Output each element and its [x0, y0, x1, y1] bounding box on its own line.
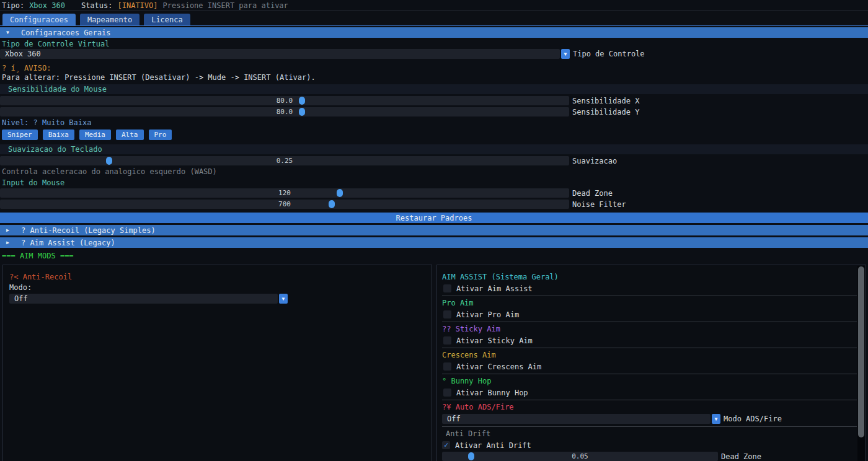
noise-filter-value: 700 — [0, 200, 569, 209]
sensitivity-y-label: Sensibilidade Y — [572, 108, 639, 116]
ads-mode-value: Off — [447, 415, 461, 423]
bunny-hop-checkbox[interactable] — [443, 389, 451, 397]
aviso-text: Para alterar: Pressione INSERT (Desativa… — [2, 73, 868, 81]
separator — [442, 348, 857, 348]
bunny-hop-checkbox-label: Ativar Bunny Hop — [456, 389, 528, 397]
nivel-line: Nivel: ? Muito Baixa — [2, 118, 868, 127]
collapsed-arrow-icon: ▶ — [6, 227, 14, 233]
auto-ads-section-title: ?¥ Auto ADS/Fire — [442, 403, 861, 411]
panel-scrollbar[interactable] — [857, 266, 865, 461]
header-aim-assist-legacy[interactable]: ▶ ? Aim Assist (Legacy) — [0, 237, 868, 248]
check-icon: ✓ — [444, 441, 448, 449]
tipo-label: Tipo: — [2, 1, 24, 10]
separator — [442, 322, 857, 322]
status-bar: Tipo: Xbox 360 Status: [INATIVO] Pressio… — [0, 0, 868, 11]
suav-section-header: Suavizacao do Teclado — [0, 144, 868, 154]
ads-mode-combo[interactable]: Off — [442, 414, 711, 424]
dropdown-arrow-icon: ▼ — [715, 416, 718, 422]
deadzone-slider[interactable]: 120 — [0, 188, 569, 198]
restore-defaults-button[interactable]: Restaurar Padroes — [0, 213, 868, 223]
sensitivity-y-value: 80.0 — [0, 107, 569, 116]
suavizacao-label: Suavizacao — [572, 157, 617, 165]
aim-assist-panel: AIM ASSIST (Sistema Geral) Ativar Aim As… — [436, 265, 866, 461]
preset-button-row: Sniper Baixa Media Alta Pro — [2, 130, 868, 140]
sticky-aim-checkbox-label: Ativar Sticky Aim — [456, 336, 533, 345]
preset-media-button[interactable]: Media — [79, 130, 111, 140]
sticky-aim-checkbox[interactable] — [443, 336, 451, 345]
sticky-aim-section-title: ?? Sticky Aim — [442, 325, 861, 333]
suavizacao-value: 0.25 — [0, 156, 569, 165]
input-section-label: Input do Mouse — [2, 178, 868, 187]
preset-sniper-button[interactable]: Sniper — [2, 130, 38, 140]
controller-combo-button[interactable]: ▼ — [561, 49, 570, 59]
preset-pro-button[interactable]: Pro — [149, 130, 172, 140]
tab-bar: Configuracoes Mapeamento Licenca — [0, 13, 868, 26]
controller-section-label: Tipo de Controle Virtual — [2, 40, 868, 48]
anti-drift-checkbox-label: Ativar Anti Drift — [455, 441, 531, 450]
ads-combo-button[interactable]: ▼ — [712, 414, 720, 424]
preset-baixa-button[interactable]: Baixa — [43, 130, 74, 140]
crescens-aim-section-title: Crescens Aim — [442, 351, 861, 359]
sens-section-header: Sensibilidade do Mouse — [0, 84, 868, 94]
aim-assist-checkbox[interactable] — [443, 284, 451, 292]
deadzone-label: Dead Zone — [572, 189, 613, 198]
controller-combo-label: Tipo de Controle — [573, 50, 645, 58]
anti-recoil-panel: ?< Anti-Recoil Modo: Off ▼ — [2, 265, 432, 461]
expanded-arrow-icon: ▼ — [6, 30, 14, 35]
status-hint: Pressione INSERT para ativar — [163, 1, 288, 10]
status-label: Status: — [81, 1, 113, 10]
status-value: [INATIVO] — [118, 1, 158, 10]
noise-filter-slider[interactable]: 700 — [0, 200, 569, 209]
header-label: ? Aim Assist (Legacy) — [21, 239, 115, 247]
aim-assist-checkbox-label: Ativar Aim Assist — [456, 284, 533, 293]
pro-aim-section-title: Pro Aim — [442, 299, 861, 307]
deadzone-value: 120 — [0, 188, 569, 198]
separator — [442, 426, 857, 427]
anti-drift-deadzone-value: 0.05 — [442, 452, 718, 461]
sensitivity-x-value: 80.0 — [0, 96, 569, 105]
sensitivity-x-label: Sensibilidade X — [572, 97, 639, 105]
anti-drift-section-title: Anti Drift — [446, 429, 861, 437]
scrollbar-grab[interactable] — [858, 266, 864, 437]
header-anti-recoil-legacy[interactable]: ▶ ? Anti-Recoil (Legacy Simples) — [0, 225, 868, 235]
ads-combo-label: Modo ADS/Fire — [724, 415, 782, 423]
crescens-aim-checkbox[interactable] — [443, 362, 451, 371]
anti-recoil-mode-value: Off — [14, 294, 28, 303]
bunny-hop-section-title: ° Bunny Hop — [442, 377, 861, 385]
tipo-value: Xbox 360 — [29, 1, 65, 10]
anti-recoil-combo-button[interactable]: ▼ — [279, 294, 288, 304]
tab-configuracoes[interactable]: Configuracoes — [2, 14, 76, 25]
header-label: ? Anti-Recoil (Legacy Simples) — [21, 226, 156, 235]
noise-filter-label: Noise Filter — [572, 200, 626, 209]
pro-aim-checkbox-label: Ativar Pro Aim — [456, 310, 519, 319]
header-label: Configaracoes Gerais — [21, 29, 111, 37]
pro-aim-checkbox[interactable] — [443, 310, 451, 318]
controller-type-value: Xbox 360 — [5, 50, 41, 58]
crescens-aim-checkbox-label: Ativar Crescens Aim — [456, 362, 541, 371]
dropdown-arrow-icon: ▼ — [282, 296, 285, 302]
header-configuracoes-gerais[interactable]: ▼ Configaracoes Gerais — [0, 27, 868, 38]
aim-assist-section-title: AIM ASSIST (Sistema Geral) — [442, 273, 861, 281]
tab-licenca[interactable]: Licenca — [144, 14, 190, 25]
separator — [442, 296, 857, 296]
anti-recoil-mode-combo[interactable]: Off — [9, 294, 278, 304]
anti-drift-deadzone-label: Dead Zone — [721, 452, 761, 461]
anti-recoil-title: ?< Anti-Recoil — [9, 273, 425, 281]
preset-alta-button[interactable]: Alta — [116, 130, 144, 140]
aim-mods-title: === AIM MODS === — [2, 252, 868, 260]
separator — [442, 374, 857, 374]
anti-drift-deadzone-slider[interactable]: 0.05 — [442, 452, 718, 461]
controller-type-combo[interactable]: Xbox 360 — [0, 49, 560, 59]
tab-mapeamento[interactable]: Mapeamento — [80, 14, 140, 25]
suavizacao-slider[interactable]: 0.25 — [0, 156, 569, 165]
suavizacao-hint: Controla aceleracao do analogico esquerd… — [2, 167, 868, 175]
modo-label: Modo: — [9, 283, 425, 291]
separator — [442, 400, 857, 400]
sensitivity-x-slider[interactable]: 80.0 — [0, 96, 569, 105]
dropdown-arrow-icon: ▼ — [564, 51, 567, 57]
collapsed-arrow-icon: ▶ — [6, 240, 14, 245]
sensitivity-y-slider[interactable]: 80.0 — [0, 107, 569, 116]
anti-drift-checkbox[interactable]: ✓ — [442, 441, 450, 449]
aviso-title: ? í¸ AVISO: — [2, 64, 868, 72]
